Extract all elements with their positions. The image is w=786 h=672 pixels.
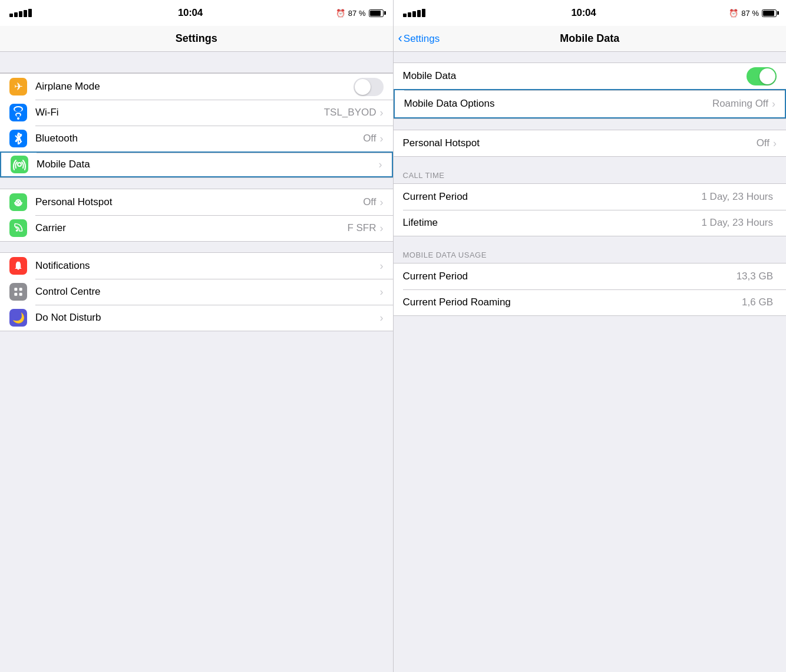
battery-percent-left: 87 % xyxy=(348,9,366,18)
status-bar-left: 10:04 ⏰ 87 % xyxy=(0,0,393,26)
data-usage-header: MOBILE DATA USAGE xyxy=(394,247,787,263)
airplane-mode-row[interactable]: ✈ Airplane Mode xyxy=(0,74,393,100)
personal-hotspot-row-left[interactable]: Personal Hotspot Off › xyxy=(0,189,393,215)
mobile-data-icon xyxy=(11,156,28,173)
carrier-row[interactable]: Carrier F SFR › xyxy=(0,215,393,241)
wifi-status-icon-right xyxy=(430,7,438,19)
bluetooth-value: Off xyxy=(363,133,376,144)
mobile-data-options-label: Mobile Data Options xyxy=(404,98,712,110)
personal-hotspot-row-right[interactable]: Personal Hotspot Off › xyxy=(394,130,787,156)
antenna-svg xyxy=(13,158,26,171)
mobile-data-label: Mobile Data xyxy=(37,159,379,170)
bluetooth-row[interactable]: ✗ Bluetooth Off › xyxy=(0,126,393,151)
wifi-value: TSL_BYOD xyxy=(324,107,377,118)
control-centre-row[interactable]: Control Centre › xyxy=(0,279,393,305)
notifications-chevron: › xyxy=(380,260,384,272)
mobile-data-options-row[interactable]: Mobile Data Options Roaming Off › xyxy=(394,89,787,118)
status-right-left: ⏰ 87 % xyxy=(336,9,384,18)
svg-rect-9 xyxy=(19,293,22,296)
phone-svg xyxy=(12,222,24,234)
back-button[interactable]: ‹ Settings xyxy=(398,33,440,45)
hotspot-chevron-left: › xyxy=(380,196,384,209)
control-centre-chevron: › xyxy=(380,286,384,298)
system-settings-group: Notifications › Control Centre › 🌙 Do No… xyxy=(0,252,393,331)
back-label: Settings xyxy=(404,33,440,45)
lifetime-call-value: 1 Day, 23 Hours xyxy=(701,217,773,229)
wifi-row[interactable]: Wi-Fi TSL_BYOD › xyxy=(0,100,393,126)
status-right-right: ⏰ 87 % xyxy=(729,9,777,18)
battery-percent-right: 87 % xyxy=(741,9,759,18)
do-not-disturb-row[interactable]: 🌙 Do Not Disturb › xyxy=(0,305,393,331)
bluetooth-icon: ✗ xyxy=(9,130,27,147)
current-period-call-label: Current Period xyxy=(403,191,702,203)
notifications-icon xyxy=(9,257,27,275)
airplane-icon: ✈ xyxy=(9,78,27,95)
status-left-right xyxy=(403,7,438,19)
usage-current-label: Current Period xyxy=(403,271,737,282)
control-svg xyxy=(12,286,24,298)
carrier-chevron: › xyxy=(380,222,384,235)
control-centre-label: Control Centre xyxy=(35,286,380,298)
right-panel: 10:04 ⏰ 87 % ‹ Settings Mobile Data Mobi… xyxy=(394,0,787,672)
carrier-value: F SFR xyxy=(347,222,376,234)
wifi-chevron: › xyxy=(380,107,384,119)
mobile-data-options-chevron: › xyxy=(772,98,775,110)
back-chevron-icon: ‹ xyxy=(398,32,402,45)
nav-bar-right: ‹ Settings Mobile Data xyxy=(394,26,787,52)
gap-right-4 xyxy=(394,236,787,247)
lifetime-call-row: Lifetime 1 Day, 23 Hours xyxy=(394,210,787,236)
battery-icon-left xyxy=(369,9,384,17)
usage-roaming-row: Current Period Roaming 1,6 GB xyxy=(394,289,787,315)
svg-rect-7 xyxy=(19,288,22,291)
hotspot-carrier-group: Personal Hotspot Off › Carrier F SFR › xyxy=(0,189,393,242)
dnd-icon: 🌙 xyxy=(9,309,27,327)
current-period-call-value: 1 Day, 23 Hours xyxy=(701,191,773,203)
bt-svg xyxy=(14,133,23,144)
mobile-data-chevron: › xyxy=(379,159,382,171)
dnd-chevron: › xyxy=(380,312,384,324)
network-settings-group: ✈ Airplane Mode Wi-Fi TSL_BYOD › ✗ xyxy=(0,73,393,178)
hotspot-svg xyxy=(12,196,24,208)
data-usage-group: Current Period 13,3 GB Current Period Ro… xyxy=(394,263,787,316)
svg-point-4 xyxy=(16,230,18,232)
status-bar-right: 10:04 ⏰ 87 % xyxy=(394,0,787,26)
dnd-label: Do Not Disturb xyxy=(35,312,380,324)
alarm-icon-right: ⏰ xyxy=(729,9,738,18)
notifications-row[interactable]: Notifications › xyxy=(0,253,393,279)
bluetooth-label: Bluetooth xyxy=(35,133,363,144)
gap-right-3 xyxy=(394,157,787,167)
hotspot-group-right: Personal Hotspot Off › xyxy=(394,130,787,157)
mobile-data-toggle-row[interactable]: Mobile Data xyxy=(394,63,787,89)
mobile-data-options-value: Roaming Off xyxy=(712,98,768,110)
left-panel: 10:04 ⏰ 87 % Settings ✈ Airplane Mode xyxy=(0,0,393,672)
personal-hotspot-label-right: Personal Hotspot xyxy=(403,137,757,149)
mobile-data-row[interactable]: Mobile Data › xyxy=(0,151,393,177)
status-left xyxy=(9,7,45,19)
settings-title: Settings xyxy=(176,32,217,45)
mobile-data-toggle-label: Mobile Data xyxy=(403,70,747,82)
gap-right-2 xyxy=(394,119,787,130)
usage-current-value: 13,3 GB xyxy=(737,271,773,282)
airplane-label: Airplane Mode xyxy=(35,81,354,93)
signal-bars-right xyxy=(403,9,425,17)
svg-rect-6 xyxy=(14,288,17,291)
airplane-toggle[interactable] xyxy=(354,78,384,96)
status-time-right: 10:04 xyxy=(571,7,596,19)
status-time-left: 10:04 xyxy=(178,7,203,19)
gap-3 xyxy=(0,242,393,252)
personal-hotspot-value-right: Off xyxy=(757,137,770,149)
section-gap-1 xyxy=(0,52,393,73)
current-period-call-row: Current Period 1 Day, 23 Hours xyxy=(394,184,787,210)
hotspot-icon-left xyxy=(9,193,27,211)
lifetime-call-label: Lifetime xyxy=(403,217,702,229)
nav-bar-left: Settings xyxy=(0,26,393,52)
wifi-status-icon xyxy=(37,7,45,19)
carrier-icon xyxy=(9,219,27,237)
alarm-icon-left: ⏰ xyxy=(336,9,345,18)
svg-point-0 xyxy=(18,163,21,166)
mobile-data-group-right: Mobile Data Mobile Data Options Roaming … xyxy=(394,62,787,119)
call-time-header: CALL TIME xyxy=(394,167,787,183)
personal-hotspot-chevron-right: › xyxy=(773,137,777,150)
mobile-data-toggle-switch[interactable] xyxy=(747,67,777,85)
svg-rect-8 xyxy=(14,293,17,296)
